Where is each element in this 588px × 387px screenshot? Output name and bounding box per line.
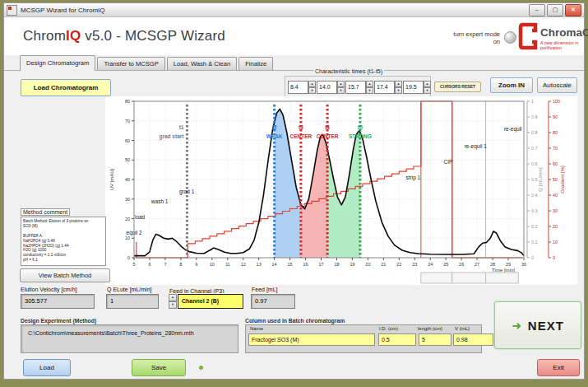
design-experiment-label: Design Experiment (Method) <box>21 318 96 324</box>
up-arrow-icon[interactable]: ▲ <box>337 81 345 87</box>
cursor-t1[interactable]: t1grad start <box>159 105 187 258</box>
t2-value[interactable]: 14.0 <box>317 81 337 94</box>
t3-stepper[interactable]: ▲▼ <box>366 81 373 92</box>
elution-velocity-field[interactable]: 305.577 <box>21 294 95 309</box>
t5-value[interactable]: 19.5 <box>403 81 424 94</box>
down-arrow-icon[interactable]: ▼ <box>395 87 402 94</box>
load-chromatogram-button[interactable]: Load Chromatogram <box>21 79 111 96</box>
t1-value[interactable]: 8.4 <box>288 81 308 94</box>
down-arrow-icon[interactable]: ▼ <box>424 87 431 94</box>
up-arrow-icon[interactable]: ▲ <box>169 294 177 301</box>
y-left-axis: 01020304050607080UV [mAU] <box>109 99 134 260</box>
svg-text:1: 1 <box>531 99 534 104</box>
svg-text:11: 11 <box>225 262 230 267</box>
svg-text:CENTER: CENTER <box>290 133 313 139</box>
svg-text:21: 21 <box>381 262 386 267</box>
region-fill <box>134 110 524 259</box>
svg-text:0.5: 0.5 <box>531 177 538 182</box>
tab-finalize[interactable]: Finalize <box>238 57 273 70</box>
svg-text:50: 50 <box>553 177 558 182</box>
t5-stepper[interactable]: ▲▼ <box>424 81 431 92</box>
up-arrow-icon[interactable]: ▲ <box>424 81 431 87</box>
table-cell-id[interactable]: 0.5 <box>378 333 416 346</box>
svg-text:0.8: 0.8 <box>531 130 538 135</box>
brand-tagline: A new dimension in purification <box>540 40 584 50</box>
header: ChromIQ v5.0 - MCSGP Wizard turn expert … <box>4 17 584 55</box>
exit-button[interactable]: Exit <box>537 359 580 376</box>
svg-text:Q [mL/min]: Q [mL/min] <box>538 167 543 192</box>
svg-text:17: 17 <box>318 262 323 267</box>
x-axis: 5678910111213141516171819202122232425262… <box>132 258 526 273</box>
up-arrow-icon[interactable]: ▲ <box>308 81 316 87</box>
svg-text:6: 6 <box>148 262 150 267</box>
svg-text:Gradient [%]: Gradient [%] <box>560 166 565 194</box>
q-elute-field[interactable]: 1 <box>106 294 159 309</box>
tab-design-chromatogram[interactable]: Design Chromatogram <box>20 55 95 71</box>
svg-text:0.6: 0.6 <box>531 161 538 166</box>
svg-text:Time [min]: Time [min] <box>492 268 515 273</box>
svg-text:t5: t5 <box>358 124 363 130</box>
tab-transfer-to-mcsgp[interactable]: Transfer to MCSGP <box>97 57 164 70</box>
next-button[interactable]: ➜ NEXT <box>494 301 581 349</box>
feed-channel-stepper[interactable]: ▲▼ <box>169 294 177 309</box>
svg-text:grad start: grad start <box>159 133 184 140</box>
close-icon[interactable]: ✕ <box>565 4 581 16</box>
t4-stepper[interactable]: ▲▼ <box>395 81 402 92</box>
svg-text:0.4: 0.4 <box>531 193 538 198</box>
save-button[interactable]: Save <box>132 359 186 376</box>
chromacon-logo-icon <box>518 22 538 50</box>
up-arrow-icon[interactable]: ▲ <box>395 81 402 87</box>
characteristic-time-t1: 8.4 ▲▼ <box>288 81 316 94</box>
svg-text:10: 10 <box>553 240 558 245</box>
svg-text:10: 10 <box>210 262 215 267</box>
expert-mode-knob[interactable] <box>504 31 516 44</box>
chromatogram-chart[interactable]: t1grad startt2WEAKt3CENTERt4CENTERt5STRO… <box>105 96 577 285</box>
minimize-icon[interactable]: – <box>529 4 545 16</box>
down-arrow-icon[interactable]: ▼ <box>169 301 177 309</box>
svg-text:100: 100 <box>553 99 560 104</box>
svg-text:12: 12 <box>241 262 246 267</box>
graph-palette[interactable] <box>421 273 519 283</box>
svg-text:load: load <box>135 214 146 220</box>
design-experiment-path[interactable]: C:\Contichrom\measurements\Batch\Three_P… <box>21 324 238 353</box>
down-arrow-icon[interactable]: ▼ <box>337 87 345 94</box>
up-arrow-icon[interactable]: ▲ <box>366 81 373 87</box>
page-title: ChromIQ v5.0 - MCSGP Wizard <box>23 28 225 44</box>
t3-value[interactable]: 15.7 <box>345 81 366 94</box>
load-button[interactable]: Load <box>23 359 71 376</box>
autoscale-button[interactable]: Autoscale <box>537 77 577 93</box>
tab-load-wash-clean[interactable]: Load, Wash & Clean <box>167 57 237 70</box>
t2-stepper[interactable]: ▲▼ <box>337 81 345 92</box>
svg-text:t2: t2 <box>272 124 277 130</box>
down-arrow-icon[interactable]: ▼ <box>308 87 316 94</box>
svg-text:60: 60 <box>125 138 130 143</box>
feed-channel-select[interactable]: Channel 2 (B) <box>178 294 243 309</box>
down-arrow-icon[interactable]: ▼ <box>366 87 373 94</box>
svg-text:t3: t3 <box>299 124 303 130</box>
svg-text:wash 1: wash 1 <box>150 198 169 204</box>
svg-text:14: 14 <box>272 262 277 267</box>
cursors-reset-button[interactable]: CURSORS RESET <box>434 82 481 92</box>
maximize-icon[interactable]: ▢ <box>547 4 563 16</box>
y-right1-axis: 00.10.20.30.40.50.60.70.80.91Q [mL/min] <box>527 99 543 260</box>
table-cell-name[interactable]: Fractogel SO3 (M) <box>248 333 375 346</box>
next-arrow-icon: ➜ <box>512 319 521 332</box>
svg-text:23: 23 <box>412 262 417 267</box>
column-header-volume: V (mL) <box>455 326 470 331</box>
zoom-in-button[interactable]: Zoom IN <box>490 77 533 93</box>
svg-text:30: 30 <box>553 208 558 213</box>
svg-text:50: 50 <box>125 157 130 162</box>
view-batch-method-button[interactable]: View Batch Method <box>20 268 110 282</box>
feed-field[interactable]: 0.97 <box>251 294 295 309</box>
t1-stepper[interactable]: ▲▼ <box>308 81 316 92</box>
svg-text:80: 80 <box>125 99 130 104</box>
table-cell-volume[interactable]: 0.98 <box>453 333 493 346</box>
svg-text:26: 26 <box>459 262 464 267</box>
svg-text:5: 5 <box>132 262 135 267</box>
table-cell-length[interactable]: 5 <box>419 333 451 346</box>
t4-value[interactable]: 17.4 <box>374 81 395 94</box>
svg-text:90: 90 <box>553 114 558 119</box>
title-iq: IQ <box>66 28 81 44</box>
method-comment-box[interactable]: Batch Method: Elution of 3 proteins on S… <box>21 217 106 266</box>
svg-text:70: 70 <box>553 146 558 151</box>
